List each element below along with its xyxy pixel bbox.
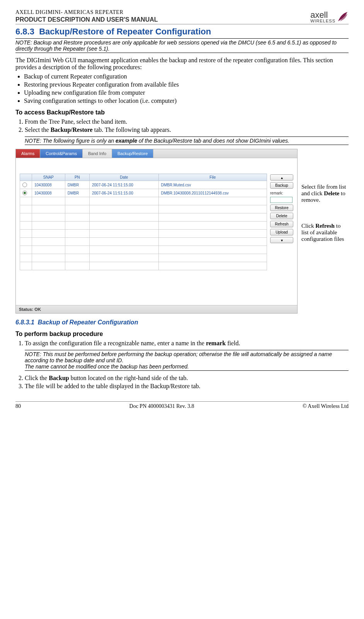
subsection-title: Backup of Repeater Configuration xyxy=(38,319,138,326)
perform-step-1: To assign the configuration file a recog… xyxy=(25,340,349,347)
subsection-heading: 6.8.3.1 Backup of Repeater Configuration xyxy=(15,319,349,326)
step-bold: Backup/Restore xyxy=(51,126,93,133)
remark-label: remark: xyxy=(270,191,293,195)
perform-steps-cont: Click the Backup button located on the r… xyxy=(15,375,349,390)
backup-button[interactable]: Backup xyxy=(270,182,293,189)
bullet-item: Uploading new configuration file from co… xyxy=(24,89,349,96)
annotation-delete: Select file from list and click Delete t… xyxy=(301,184,348,203)
note-text: NOTE: The following figure is only an xyxy=(25,138,116,144)
step-bold: Backup xyxy=(49,375,69,381)
header-doc-title: PRODUCT DESCRIPTION AND USER'S MANUAL xyxy=(15,16,158,23)
delete-button[interactable]: Delete xyxy=(270,213,293,219)
table-row xyxy=(20,246,267,254)
tab-alarms[interactable]: Alarms xyxy=(16,149,40,158)
anno-bold: Delete xyxy=(324,190,339,196)
note-bold: example xyxy=(116,138,137,144)
step-text: To assign the configuration file a recog… xyxy=(25,340,206,346)
table-row[interactable]: 10430008 DMBR 2007-06-24 11:51:15.00 DMB… xyxy=(20,181,267,189)
access-steps: From the Tree Pane, select the band item… xyxy=(15,118,349,133)
step-text: button located on the right-hand side of… xyxy=(69,375,188,381)
subsection-number: 6.8.3.1 xyxy=(15,319,34,326)
access-heading: To access Backup/Restore tab xyxy=(15,109,349,116)
note-example: NOTE: The following figure is only an ex… xyxy=(25,136,349,145)
table-header-row: SNAP PN Date File xyxy=(20,174,267,181)
bullet-item: Restoring previous Repeater configuratio… xyxy=(24,81,349,88)
status-bar: Status: OK xyxy=(16,305,297,313)
note-text: of the Backup/Restore tab and does not s… xyxy=(137,138,289,144)
footer-page: 80 xyxy=(15,403,21,409)
button-column: ▴ Backup remark: Restore Delete Refresh … xyxy=(270,174,293,270)
logo-subtext: WIRELESS xyxy=(310,19,335,23)
page-footer: 80 Doc PN 4000003431 Rev. 3.8 © Axell Wi… xyxy=(15,401,349,409)
row-radio[interactable] xyxy=(22,191,27,195)
section-heading: 6.8.3 Backup/Restore of Repeater Configu… xyxy=(15,27,349,37)
cell-date: 2007-06-24 11:51:15.00 xyxy=(89,181,158,189)
table-row xyxy=(20,238,267,246)
note-remark-name: NOTE: This must be performed before perf… xyxy=(25,350,349,371)
step-bold: remark xyxy=(206,340,226,346)
screenshot-body: SNAP PN Date File 10430008 DMBR 2007-06-… xyxy=(16,158,297,274)
footer-copyright: © Axell Wireless Ltd xyxy=(303,403,349,409)
step-text: Select the xyxy=(25,126,51,133)
remark-input[interactable] xyxy=(270,197,293,203)
col-pn: PN xyxy=(65,174,89,181)
scroll-up-icon[interactable]: ▴ xyxy=(270,174,293,181)
restore-button[interactable]: Restore xyxy=(270,205,293,211)
upload-button[interactable]: Upload xyxy=(270,229,293,235)
header-text-block: AXELL DIGIMINI- AMERICAS REPEATER PRODUC… xyxy=(15,9,158,23)
annotation-column: Select file from list and click Delete t… xyxy=(301,149,348,242)
table-row xyxy=(20,254,267,262)
tab-backup-restore[interactable]: Backup/Restore xyxy=(112,149,153,158)
cell-date: 2007-06-24 11:51:15.00 xyxy=(89,189,158,197)
logo-swirl-icon xyxy=(337,11,349,22)
note-applicability: NOTE: Backup and Restore procedures are … xyxy=(15,38,349,53)
step-text: field. xyxy=(226,340,240,346)
access-step-2: Select the Backup/Restore tab. The follo… xyxy=(25,126,349,133)
bullet-item: Backup of current Repeater configuration xyxy=(24,73,349,80)
config-table-wrap: SNAP PN Date File 10430008 DMBR 2007-06-… xyxy=(20,174,267,270)
cell-pn: DMBR xyxy=(65,189,89,197)
table-row xyxy=(20,262,267,270)
cell-snap: 10430008 xyxy=(32,181,65,189)
footer-doc: Doc PN 4000003431 Rev. 3.8 xyxy=(129,403,194,409)
annotation-refresh: Click Refresh to list of available confi… xyxy=(301,223,348,242)
table-row xyxy=(20,197,267,205)
step-text: Click the xyxy=(25,375,49,381)
table-row xyxy=(20,230,267,238)
tab-bar: Alarms Control&Params Band Info Backup/R… xyxy=(16,149,297,158)
col-date: Date xyxy=(89,174,158,181)
col-snap: SNAP xyxy=(32,174,65,181)
logo: axell WIRELESS xyxy=(310,10,349,23)
page-header: AXELL DIGIMINI- AMERICAS REPEATER PRODUC… xyxy=(15,9,349,24)
tab-control-params[interactable]: Control&Params xyxy=(40,149,83,158)
perform-steps: To assign the configuration file a recog… xyxy=(15,340,349,347)
perform-step-3: The file will be added to the table disp… xyxy=(25,383,349,390)
access-step-1: From the Tree Pane, select the band item… xyxy=(25,118,349,125)
procedure-bullets: Backup of current Repeater configuration… xyxy=(15,73,349,104)
cell-snap: 10430008 xyxy=(32,189,65,197)
config-table: SNAP PN Date File 10430008 DMBR 2007-06-… xyxy=(20,174,267,270)
col-file: File xyxy=(158,174,267,181)
table-row xyxy=(20,205,267,213)
cell-file: DMBR.Muted.csv xyxy=(158,181,267,189)
cell-file: DMBR.10430008.20110112144938.csv xyxy=(158,189,267,197)
perform-step-2: Click the Backup button located on the r… xyxy=(25,375,349,382)
row-radio[interactable] xyxy=(22,182,27,187)
anno-bold: Refresh xyxy=(315,223,335,229)
intro-paragraph: The DIGImini Web GUI management applicat… xyxy=(15,57,349,71)
tab-band-info[interactable]: Band Info xyxy=(83,149,112,158)
perform-heading: To perform backup procedure xyxy=(15,331,349,338)
refresh-button[interactable]: Refresh xyxy=(270,221,293,227)
table-row xyxy=(20,222,267,230)
anno-text: Click xyxy=(301,223,315,229)
table-row[interactable]: 10430008 DMBR 2007-06-24 11:51:15.00 DMB… xyxy=(20,189,267,197)
figure-with-annotations: Alarms Control&Params Band Info Backup/R… xyxy=(15,149,349,314)
section-title: Backup/Restore of Repeater Configuration xyxy=(39,27,211,36)
scroll-down-icon[interactable]: ▾ xyxy=(270,237,293,243)
bullet-item: Saving configuration settings to other l… xyxy=(24,97,349,104)
screenshot-panel: Alarms Control&Params Band Info Backup/R… xyxy=(15,149,298,314)
section-number: 6.8.3 xyxy=(15,27,34,36)
table-row xyxy=(20,213,267,222)
header-product-line: AXELL DIGIMINI- AMERICAS REPEATER xyxy=(15,9,158,15)
cell-pn: DMBR xyxy=(65,181,89,189)
